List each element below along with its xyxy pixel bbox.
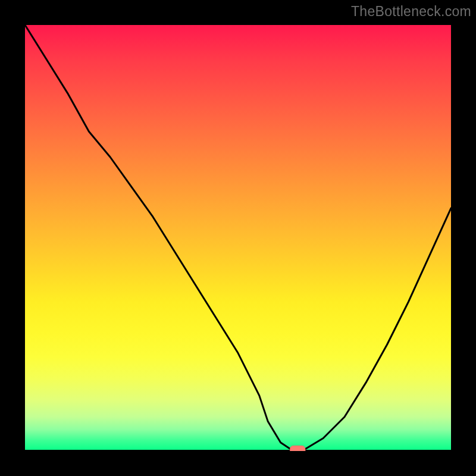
bottleneck-curve <box>25 25 451 451</box>
watermark-text: TheBottleneck.com <box>351 4 471 20</box>
minimum-marker <box>290 446 305 451</box>
chart-svg <box>25 25 451 451</box>
plot-area <box>25 25 451 451</box>
chart-frame: TheBottleneck.com <box>0 0 476 476</box>
